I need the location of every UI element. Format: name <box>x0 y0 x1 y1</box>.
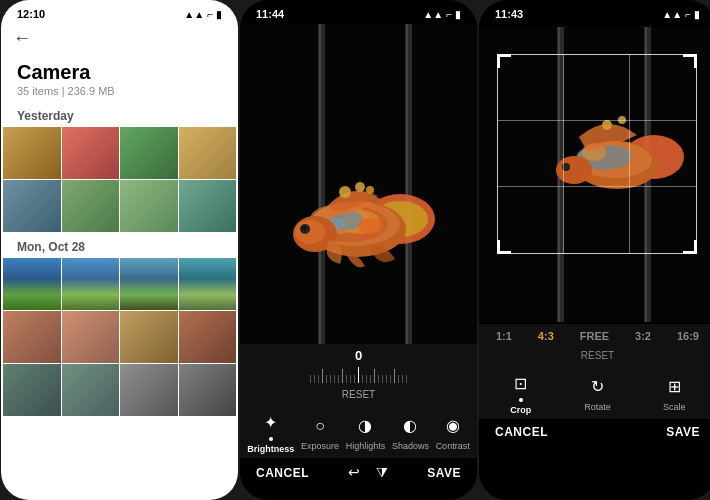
tool-scale[interactable]: ⊞ Scale <box>662 375 686 412</box>
svg-point-21 <box>366 186 374 194</box>
phone-gallery: 12:10 ▲▲ ⌐ ▮ ← Camera 35 items | 236.9 M… <box>1 0 238 500</box>
ruler-area[interactable]: 0 RESET <box>240 344 477 404</box>
phone-crop: 11:43 ▲▲ ⌐ ▮ <box>479 0 710 500</box>
photo-cell[interactable] <box>179 258 237 310</box>
adjust-icon[interactable]: ⧩ <box>376 464 388 481</box>
tool-crop[interactable]: ⊡ Crop <box>509 371 533 415</box>
photo-cell[interactable] <box>120 364 178 416</box>
crop-image-area[interactable] <box>479 24 710 324</box>
gallery-header: ← <box>1 24 238 53</box>
shadows-icon: ◐ <box>398 414 422 438</box>
aspect-3-2[interactable]: 3:2 <box>635 330 651 342</box>
section-oct28: Mon, Oct 28 <box>1 232 238 258</box>
fish-svg <box>240 24 477 344</box>
corner-handle-bl[interactable] <box>497 240 511 254</box>
tool-shadows[interactable]: ◐ Shadows <box>392 414 429 451</box>
phone-editor: 11:44 ▲▲ ⌐ ▮ <box>240 0 477 500</box>
tool-active-dot-crop <box>519 398 523 402</box>
crop-frame[interactable] <box>497 54 697 254</box>
status-bar-gallery: 12:10 ▲▲ ⌐ ▮ <box>1 0 238 24</box>
photo-cell[interactable] <box>3 311 61 363</box>
tool-brightness-label: Brightness <box>247 444 294 454</box>
gallery-subtitle: 35 items | 236.9 MB <box>17 85 222 97</box>
corner-handle-br[interactable] <box>683 240 697 254</box>
history-icon[interactable]: ↩ <box>348 464 360 481</box>
svg-rect-2 <box>319 24 321 344</box>
brightness-icon: ✦ <box>259 410 283 434</box>
status-icons-editor: ▲▲ ⌐ ▮ <box>423 9 461 20</box>
ruler-value: 0 <box>355 348 362 363</box>
save-button-editor[interactable]: SAVE <box>427 466 461 480</box>
editor-bottom-bar: CANCEL ↩ ⧩ SAVE <box>240 458 477 487</box>
corner-handle-tr[interactable] <box>683 54 697 68</box>
time-editor: 11:44 <box>256 8 284 20</box>
ruler-track[interactable] <box>240 363 477 387</box>
time-crop: 11:43 <box>495 8 523 20</box>
photo-cell[interactable] <box>62 364 120 416</box>
signal-icon-gallery: ▲▲ <box>184 9 204 20</box>
reset-label-editor[interactable]: RESET <box>342 387 375 402</box>
tool-exposure-label: Exposure <box>301 441 339 451</box>
photo-cell[interactable] <box>62 311 120 363</box>
status-icons-gallery: ▲▲ ⌐ ▮ <box>184 9 222 20</box>
rotate-icon: ↻ <box>585 375 609 399</box>
tool-active-dot <box>269 437 273 441</box>
photo-cell[interactable] <box>120 311 178 363</box>
reset-label-crop[interactable]: RESET <box>479 348 710 365</box>
grid-line <box>629 55 630 253</box>
tool-shadows-label: Shadows <box>392 441 429 451</box>
photo-cell[interactable] <box>179 180 237 232</box>
photo-cell[interactable] <box>3 180 61 232</box>
status-bar-crop: 11:43 ▲▲ ⌐ ▮ <box>479 0 710 24</box>
tool-scale-label: Scale <box>663 402 686 412</box>
tool-rotate-label: Rotate <box>584 402 611 412</box>
photo-cell[interactable] <box>179 364 237 416</box>
cancel-button-editor[interactable]: CANCEL <box>256 466 309 480</box>
tool-highlights[interactable]: ◑ Highlights <box>346 414 386 451</box>
photo-cell[interactable] <box>120 258 178 310</box>
photo-cell[interactable] <box>62 127 120 179</box>
save-button-crop[interactable]: SAVE <box>666 425 700 439</box>
aspect-1-1[interactable]: 1:1 <box>496 330 512 342</box>
photo-cell[interactable] <box>3 127 61 179</box>
scale-icon: ⊞ <box>662 375 686 399</box>
corner-handle-tl[interactable] <box>497 54 511 68</box>
photo-cell[interactable] <box>120 180 178 232</box>
gallery-title-area: Camera 35 items | 236.9 MB <box>1 53 238 101</box>
tool-rotate[interactable]: ↻ Rotate <box>584 375 611 412</box>
svg-point-20 <box>355 182 365 192</box>
time-gallery: 12:10 <box>17 8 45 20</box>
tools-row-crop: ⊡ Crop ↻ Rotate ⊞ Scale <box>479 365 710 419</box>
tool-exposure[interactable]: ○ Exposure <box>301 414 339 451</box>
cancel-button-crop[interactable]: CANCEL <box>495 425 548 439</box>
grid-line <box>563 55 564 253</box>
tool-contrast[interactable]: ◉ Contrast <box>436 414 470 451</box>
svg-point-14 <box>358 218 382 234</box>
back-button[interactable]: ← <box>13 28 31 49</box>
tool-brightness[interactable]: ✦ Brightness <box>247 410 294 454</box>
svg-rect-4 <box>406 24 408 344</box>
photo-cell[interactable] <box>179 127 237 179</box>
photo-grid-oct28 <box>1 258 238 416</box>
photo-cell[interactable] <box>120 127 178 179</box>
photo-cell[interactable] <box>62 258 120 310</box>
battery-icon-gallery: ▮ <box>216 9 222 20</box>
grid-line <box>498 186 696 187</box>
photo-cell[interactable] <box>3 258 61 310</box>
status-icons-crop: ▲▲ ⌐ ▮ <box>662 9 700 20</box>
svg-point-16 <box>295 220 325 244</box>
photo-cell[interactable] <box>62 180 120 232</box>
svg-point-19 <box>339 186 351 198</box>
ruler-ticks <box>310 367 407 383</box>
tool-highlights-label: Highlights <box>346 441 386 451</box>
aspect-16-9[interactable]: 16:9 <box>677 330 699 342</box>
photo-cell[interactable] <box>179 311 237 363</box>
photo-cell[interactable] <box>3 364 61 416</box>
status-bar-editor: 11:44 ▲▲ ⌐ ▮ <box>240 0 477 24</box>
signal-icon-editor: ▲▲ <box>423 9 443 20</box>
crop-icon: ⊡ <box>509 371 533 395</box>
tool-crop-label: Crop <box>510 405 531 415</box>
highlights-icon: ◑ <box>353 414 377 438</box>
aspect-4-3[interactable]: 4:3 <box>538 330 554 342</box>
aspect-free[interactable]: FREE <box>580 330 609 342</box>
